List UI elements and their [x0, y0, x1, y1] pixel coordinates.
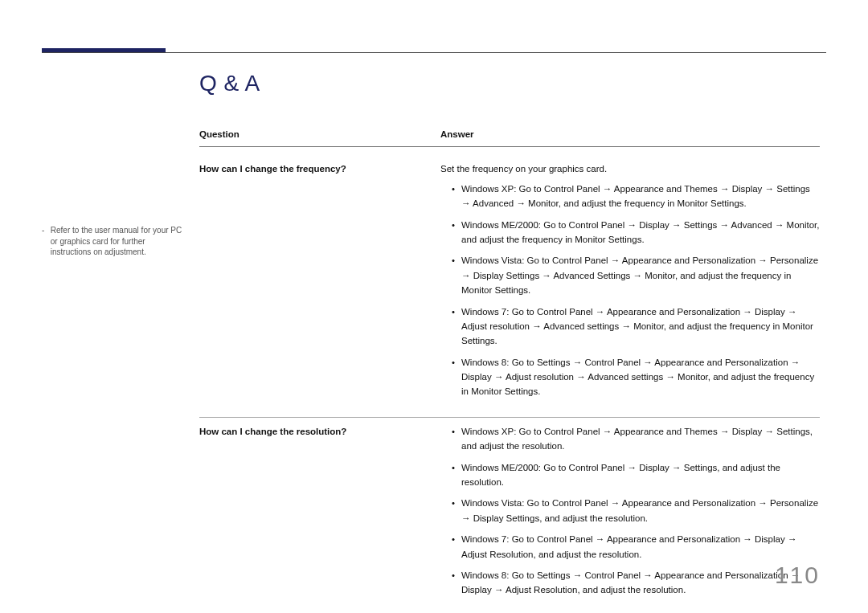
header-question: Question	[199, 127, 440, 141]
list-item: Windows XP: Go to Control Panel → Appear…	[452, 424, 820, 454]
qa-row: How can I change the resolution? Windows…	[199, 418, 820, 613]
question-text: How can I change the resolution?	[199, 424, 440, 604]
list-item: Windows ME/2000: Go to Control Panel → D…	[452, 460, 820, 490]
list-item: Windows 7: Go to Control Panel → Appeara…	[452, 304, 820, 349]
answer-cell: Windows XP: Go to Control Panel → Appear…	[440, 424, 820, 604]
list-item: Windows ME/2000: Go to Control Panel → D…	[452, 218, 820, 247]
list-item: Windows 8: Go to Settings → Control Pane…	[452, 355, 820, 399]
list-item: Windows XP: Go to Control Panel → Appear…	[452, 182, 820, 211]
answer-cell: Set the frequency on your graphics card.…	[440, 161, 820, 405]
header-rule	[42, 52, 826, 53]
qa-header-row: Question Answer	[199, 127, 820, 147]
header-answer: Answer	[440, 127, 820, 141]
answer-list: Windows XP: Go to Control Panel → Appear…	[440, 182, 820, 399]
list-item: Windows Vista: Go to Control Panel → App…	[452, 496, 820, 525]
dash-icon: -	[42, 225, 48, 236]
side-note: - Refer to the user manual for your PC o…	[42, 225, 186, 258]
page-title: Q & A	[199, 71, 260, 96]
list-item: Windows Vista: Go to Control Panel → App…	[452, 253, 820, 297]
answer-list: Windows XP: Go to Control Panel → Appear…	[440, 424, 820, 598]
page-number: 110	[775, 562, 820, 589]
list-item: Windows 8: Go to Settings → Control Pane…	[452, 568, 820, 598]
side-note-text: Refer to the user manual for your PC or …	[51, 225, 186, 258]
question-text: How can I change the frequency?	[199, 161, 440, 405]
qa-row: How can I change the frequency? Set the …	[199, 155, 820, 417]
answer-intro: Set the frequency on your graphics card.	[440, 161, 820, 176]
list-item: Windows 7: Go to Control Panel → Appeara…	[452, 532, 820, 562]
qa-table: Question Answer How can I change the fre…	[199, 127, 820, 613]
